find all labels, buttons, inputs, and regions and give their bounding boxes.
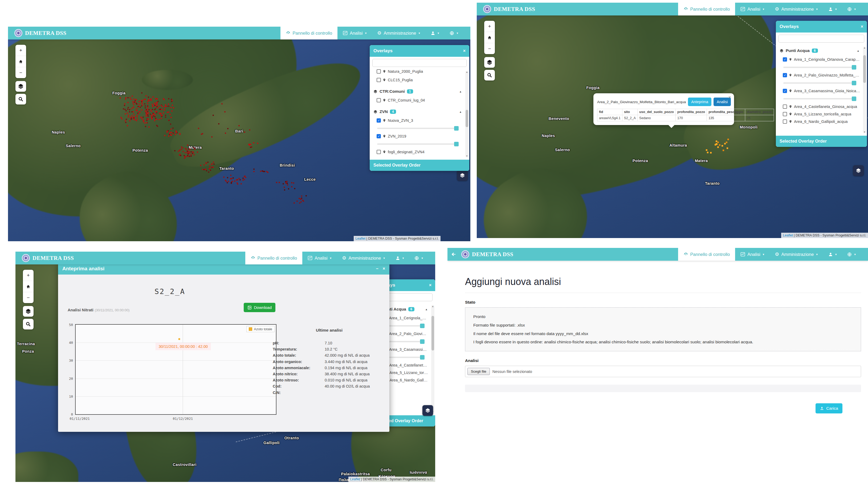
map-point[interactable] [156,104,158,105]
map-point[interactable] [724,143,726,144]
map-point[interactable] [148,126,150,128]
map-point[interactable] [232,177,234,179]
map-point[interactable] [186,149,187,151]
nav-amministrazione[interactable]: ⚙ Amministrazione▾ [337,252,390,264]
overlay-item-row[interactable]: Area_5_Lizzano_torricella_acqua [779,110,860,117]
map-point[interactable] [193,152,194,153]
map-point[interactable] [180,155,181,156]
map-point[interactable] [284,189,285,191]
map-point[interactable] [136,118,138,120]
map-point[interactable] [300,199,301,200]
map-point[interactable] [167,130,169,132]
map-point[interactable] [707,152,709,153]
close-icon[interactable]: × [861,24,863,29]
map-point[interactable] [264,171,265,172]
overlay-group-row[interactable]: ZVN4▲ [373,107,462,116]
map-point[interactable] [142,104,143,106]
map-point[interactable] [245,177,246,178]
map-point[interactable] [187,155,188,156]
map-point[interactable] [211,136,213,138]
user-menu[interactable]: ▾ [390,252,409,264]
map-point[interactable] [131,95,133,97]
map-point[interactable] [221,103,223,105]
overlay-checkbox[interactable] [783,112,787,116]
map-point[interactable] [172,127,174,129]
map-point[interactable] [168,120,170,121]
map-point[interactable] [294,188,296,189]
map-point[interactable] [285,182,286,183]
map-point[interactable] [227,182,228,183]
nav-dashboard[interactable]: Pannello di controllo [678,248,735,261]
map-point[interactable] [187,144,188,146]
map-point[interactable] [147,106,149,108]
map-point[interactable] [717,142,719,143]
map-point[interactable] [223,176,224,178]
session-menu[interactable]: ▾ [444,27,463,39]
map-point[interactable] [120,97,121,98]
map-point[interactable] [132,117,133,118]
overlay-item-row[interactable]: ✓ZVN_2019 [373,132,462,139]
map-point[interactable] [141,116,142,118]
map-point[interactable] [706,149,707,151]
map-point[interactable] [209,168,210,170]
map-point[interactable] [721,145,723,147]
map-point[interactable] [155,108,156,110]
overlay-item-row[interactable]: Natura_2000_Puglia [373,69,462,76]
map-point[interactable] [133,114,134,115]
overlay-group-row[interactable]: CTR:Comuni1▲ [373,87,462,96]
map-point[interactable] [166,131,168,132]
overlay-checkbox[interactable]: ✓ [783,57,787,62]
slider-handle[interactable] [420,324,425,328]
overlay-checkbox[interactable] [377,98,381,103]
map-point[interactable] [190,151,192,152]
map-point[interactable] [169,134,170,135]
map-point[interactable] [231,178,232,179]
map-point[interactable] [276,182,277,183]
map-point[interactable] [128,107,129,108]
nav-amministrazione[interactable]: ⚙ Amministrazione▾ [372,27,425,39]
collapse-caret[interactable]: ▲ [425,308,428,311]
nav-analisi[interactable]: Analisi▾ [302,252,337,264]
overlay-checkbox[interactable] [783,119,787,124]
overlay-search-input[interactable] [372,59,467,67]
leaflet-link[interactable]: Leaflet [350,478,360,481]
overlay-checkbox[interactable] [783,105,787,109]
overlay-checkbox[interactable] [377,150,381,154]
map-point[interactable] [124,109,126,110]
map-point[interactable] [170,117,172,118]
map-point[interactable] [127,109,128,110]
map-point[interactable] [155,98,156,99]
overlay-toggle-button[interactable] [853,165,864,176]
map-point[interactable] [144,103,146,105]
map-point[interactable] [283,183,284,184]
map-point[interactable] [141,92,143,93]
map-point[interactable] [210,170,211,171]
map-point[interactable] [230,175,231,176]
map-point[interactable] [161,105,162,106]
map-point[interactable] [293,202,295,204]
map-point[interactable] [189,156,190,157]
map-point[interactable] [279,182,280,183]
home-button[interactable] [484,32,495,43]
overlay-toggle-button[interactable] [423,405,433,416]
close-icon[interactable]: × [429,283,431,288]
opacity-slider[interactable] [377,143,457,145]
map-point[interactable] [134,102,135,103]
map-point[interactable] [287,184,288,185]
map-point[interactable] [727,139,729,140]
map-point[interactable] [125,98,126,100]
overlay-item-row[interactable]: fogli_designati_ZVN4 [373,147,462,155]
overlay-scrollbar[interactable]: ▲▼ [431,305,434,413]
zoom-out-button[interactable]: − [16,67,26,78]
map-point[interactable] [175,134,176,135]
map-point[interactable] [181,146,182,148]
map-canvas[interactable]: + − × Area_2_Palo_Giovinazzo_Molfetta_Bi… [477,16,868,238]
map-point[interactable] [242,177,244,179]
map-point[interactable] [168,106,169,107]
map-point[interactable] [130,116,131,118]
overlay-checkbox[interactable]: ✓ [783,89,787,93]
nav-analisi[interactable]: Analisi▾ [337,27,372,39]
map-point[interactable] [250,144,251,145]
map-point[interactable] [147,113,148,114]
map-point[interactable] [297,200,298,202]
